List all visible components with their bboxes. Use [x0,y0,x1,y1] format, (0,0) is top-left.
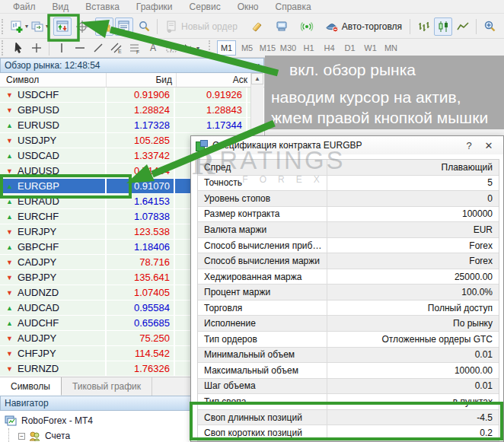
symbol-name: EURGBP [18,180,59,192]
menu-item-3[interactable]: Графики [128,2,181,12]
spec-row-2[interactable]: Уровень стопов0 [198,191,499,207]
toolbar-separator [476,19,477,34]
symbol-cell: ▼AUDUSD [0,164,107,178]
spec-value: 0.01 [327,379,499,394]
column-header-symbol[interactable]: Символ [0,73,107,87]
fibonacci-button[interactable]: F [126,40,143,56]
cursor-tool-button[interactable] [10,40,27,56]
down-arrow-icon: ▼ [5,137,14,145]
column-header-ask[interactable]: Аск [177,73,252,87]
spec-row-6[interactable]: Способ вычисления маржиForex [198,253,499,269]
menu-item-4[interactable]: Сервис [181,2,229,12]
spec-row-11[interactable]: Тип ордеровОтложенные ордеры GTC [198,332,499,348]
timeframe-m30[interactable]: M30 [279,40,298,56]
horizontal-line-button[interactable] [72,40,88,56]
new-chart-button[interactable]: ▾ [10,17,29,36]
chart-line-button[interactable] [454,17,472,36]
data-window-button[interactable] [115,17,133,36]
terminal-button[interactable] [273,17,292,36]
vertical-line-button[interactable] [53,40,70,56]
timeframe-m5[interactable]: M5 [238,40,257,56]
scroll-up-icon[interactable]: ▲ [251,73,263,84]
timeframe-m1[interactable]: M1 [217,40,236,56]
close-button[interactable]: ✕ [479,140,499,151]
crosshair-tool-button[interactable] [28,40,45,56]
signals-button[interactable] [298,17,317,36]
search-button[interactable] [135,17,153,36]
dialog-title: Спецификация контракта EURGBP [212,140,459,151]
collapse-icon[interactable]: − [18,433,25,440]
tree-item-label: Счета [45,431,70,441]
close-icon[interactable]: x [255,61,260,70]
zoom-in-button[interactable] [480,17,499,36]
autotrade-button[interactable]: Авто-торговля [322,17,406,36]
spec-row-12[interactable]: Минимальный объем0.01 [198,348,499,364]
spec-value: 5 [327,176,499,191]
specification-icon [196,140,208,151]
spec-row-13[interactable]: Максимальный объем10000.00 [198,363,499,379]
timeframe-mn[interactable]: MN [381,40,400,56]
spec-label: Исполнение [198,316,327,331]
spec-row-17[interactable]: Своп коротких позиций0.2 [198,425,499,441]
timeframe-d1[interactable]: D1 [340,40,359,56]
history-center-button[interactable] [248,17,266,36]
menu-item-6[interactable]: Справка [267,2,320,12]
profiles-button[interactable]: ▾ [30,17,49,36]
timeframe-m15[interactable]: M15 [258,40,277,56]
bid-value: 135.641 [107,270,175,285]
spec-value: 25000.00 [327,269,499,285]
spec-row-7[interactable]: Хеджированная маржа25000.00 [198,269,499,285]
bid-value: 0.65685 [107,316,175,330]
chart-candles-button[interactable] [434,17,452,36]
text-label-button[interactable]: T [163,40,180,56]
toolbar-grip[interactable] [209,40,214,56]
timeframe-h1[interactable]: H1 [299,40,318,56]
spec-label: Тип ордеров [198,332,327,347]
arrows-tool-button[interactable]: ▾ [181,40,200,56]
help-button[interactable]: ? [459,140,479,151]
menu-item-1[interactable]: Вид [44,2,78,12]
toolbar-separator [410,19,410,34]
spec-row-0[interactable]: СпредПлавающий [198,160,499,176]
toolbar-grip[interactable] [2,19,7,34]
spec-row-16[interactable]: Своп длинных позиций-4.5 [198,410,499,426]
crosshair-tool-icon [30,42,43,54]
chart-bars-button[interactable] [414,17,432,36]
tree-indent [8,428,17,442]
spec-row-1[interactable]: Точность5 [198,176,499,192]
tab-tick-chart[interactable]: Тиковый график [62,377,152,396]
up-arrow-icon: ▲ [5,122,14,129]
market-watch-row-usdchf[interactable]: ▼USDCHF0.919060.91926 [0,87,252,103]
new-order-button[interactable]: Новый ордер [161,17,241,36]
toolbar-grip[interactable] [2,40,7,56]
favorites-button[interactable] [95,17,113,36]
text-tool-button[interactable]: A [145,40,161,56]
spec-row-3[interactable]: Размер контракта100000 [198,207,499,223]
spec-row-15[interactable]: Тип свопав пунктах [198,394,499,410]
tab-symbols[interactable]: Символы [0,377,62,396]
menu-item-2[interactable]: Вставка [77,2,128,12]
symbol-name: EURJPY [18,226,56,237]
timeframe-w1[interactable]: W1 [361,40,380,56]
spec-row-4[interactable]: Валюта маржиEUR [198,222,499,238]
menu-item-0[interactable]: Файл [5,2,44,12]
autotrade-icon [326,21,339,33]
symbol-cell: ▲AUDCAD [0,300,107,315]
crosshair-button[interactable] [73,17,91,36]
timeframe-h4[interactable]: H4 [320,40,339,56]
dialog-titlebar[interactable]: Спецификация контракта EURGBP ? ✕ [191,136,503,154]
market-watch-toggle-button[interactable] [53,17,72,36]
trendline-button[interactable] [90,40,107,56]
equidistant-channel-button[interactable]: E [108,40,125,56]
market-watch-row-gbpusd[interactable]: ▼GBPUSD1.288241.28843 [0,103,252,118]
chart-bars-icon [417,21,430,33]
column-header-bid[interactable]: Бид [107,73,177,87]
spec-value: Полный доступ [327,300,499,316]
spec-row-5[interactable]: Способ вычисления приб…Forex [198,238,499,254]
menu-item-5[interactable]: Окно [229,2,267,12]
spec-row-14[interactable]: Шаг объема0.01 [198,379,499,395]
spec-row-8[interactable]: Процент маржи100.0% [198,285,499,300]
spec-row-9[interactable]: ТорговляПолный доступ [198,300,499,316]
spec-row-10[interactable]: ИсполнениеПо рынку [198,316,499,332]
market-watch-row-eurusd[interactable]: ▲EURUSD1.173281.17344 [0,118,252,133]
